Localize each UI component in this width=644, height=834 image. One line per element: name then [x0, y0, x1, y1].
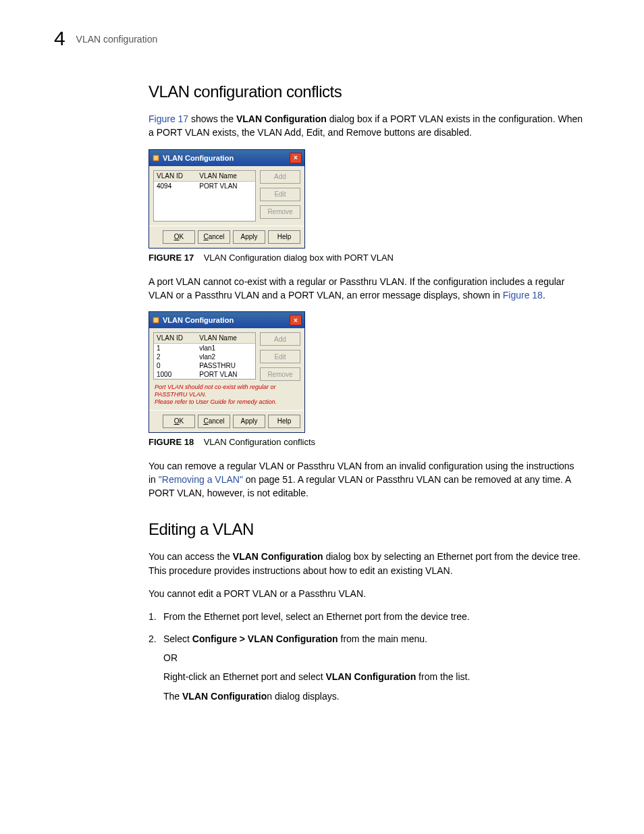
para-editing-intro: You can access the VLAN Configuration di…: [149, 550, 583, 577]
cancel-button[interactable]: Cancel: [198, 230, 230, 244]
edit-button: Edit: [260, 350, 300, 363]
step-alt: Right-click an Ethernet port and select …: [163, 670, 583, 683]
ok-button[interactable]: OK: [163, 230, 195, 244]
chapter-number: 4: [54, 27, 65, 49]
help-button[interactable]: Help: [268, 415, 300, 428]
add-button: Add: [260, 332, 300, 346]
help-button[interactable]: Help: [268, 230, 300, 244]
para-cannot-edit: You cannot edit a PORT VLAN or a Passthr…: [149, 587, 583, 600]
table-row: 2vlan2: [154, 353, 255, 361]
fig17-dialog: VLAN Configuration × VLAN ID VLAN Name: [149, 149, 305, 249]
dialog-title: VLAN Configuration: [163, 154, 234, 162]
error-message: Port VLAN should not co-exist with regul…: [153, 381, 300, 405]
remove-button: Remove: [260, 367, 300, 381]
table-row: 1000PORT VLAN: [154, 370, 255, 379]
col-vlan-name: VLAN Name: [196, 333, 255, 344]
link-figure-17[interactable]: Figure 17: [149, 113, 188, 124]
vlan-table: VLAN ID VLAN Name 4094 PORT VLAN: [154, 171, 255, 190]
table-row: 4094 PORT VLAN: [154, 181, 255, 190]
edit-button: Edit: [260, 188, 300, 201]
add-button: Add: [260, 170, 300, 184]
remove-button: Remove: [260, 205, 300, 219]
para-conflict-desc: A port VLAN cannot co-exist with a regul…: [149, 275, 583, 303]
col-vlan-id: VLAN ID: [154, 333, 196, 344]
app-icon: [152, 154, 160, 162]
table-row: 0PASSTHRU: [154, 361, 255, 370]
steps-list: 1.From the Ethernet port level, select a…: [149, 610, 583, 702]
page-header: 4 VLAN configuration: [54, 27, 583, 50]
cancel-button[interactable]: Cancel: [198, 415, 230, 428]
close-icon[interactable]: ×: [290, 315, 302, 325]
step-result: The VLAN Configuration dialog displays.: [163, 689, 583, 703]
close-icon[interactable]: ×: [290, 153, 302, 163]
apply-button[interactable]: Apply: [233, 230, 265, 244]
svg-rect-0: [153, 155, 159, 161]
svg-rect-1: [153, 317, 159, 323]
running-title: VLAN configuration: [76, 34, 158, 45]
fig18-dialog: VLAN Configuration × VLAN ID VLAN Name 1…: [149, 311, 305, 432]
section-heading-editing: Editing a VLAN: [149, 520, 583, 539]
vlan-table: VLAN ID VLAN Name 1vlan1 2vlan2 0PASSTHR…: [154, 333, 255, 379]
link-figure-18[interactable]: Figure 18: [503, 290, 543, 301]
dialog-titlebar: VLAN Configuration ×: [149, 150, 304, 166]
dialog-titlebar: VLAN Configuration ×: [149, 312, 304, 328]
figure17-caption: FIGURE 17 VLAN Configuration dialog box …: [149, 253, 583, 263]
ok-button[interactable]: OK: [163, 415, 195, 428]
page: 4 VLAN configuration VLAN configuration …: [0, 0, 644, 752]
apply-button[interactable]: Apply: [233, 415, 265, 428]
list-item: 2.Select Configure > VLAN Configuration …: [149, 632, 583, 703]
col-vlan-name: VLAN Name: [196, 171, 255, 182]
figure18-caption: FIGURE 18 VLAN Configuration conflicts: [149, 437, 583, 447]
section-heading-conflicts: VLAN configuration conflicts: [149, 82, 583, 101]
list-item: 1.From the Ethernet port level, select a…: [149, 610, 583, 623]
para-remove-desc: You can remove a regular VLAN or Passthr…: [149, 459, 583, 500]
content: VLAN configuration conflicts Figure 17 s…: [149, 82, 583, 703]
link-removing-vlan[interactable]: "Removing a VLAN": [159, 474, 243, 485]
step-or: OR: [163, 651, 583, 664]
app-icon: [152, 316, 160, 324]
dialog-title: VLAN Configuration: [163, 316, 234, 324]
col-vlan-id: VLAN ID: [154, 171, 196, 182]
para-fig17-intro: Figure 17 shows the VLAN Configuration d…: [149, 112, 583, 140]
table-row: 1vlan1: [154, 344, 255, 353]
